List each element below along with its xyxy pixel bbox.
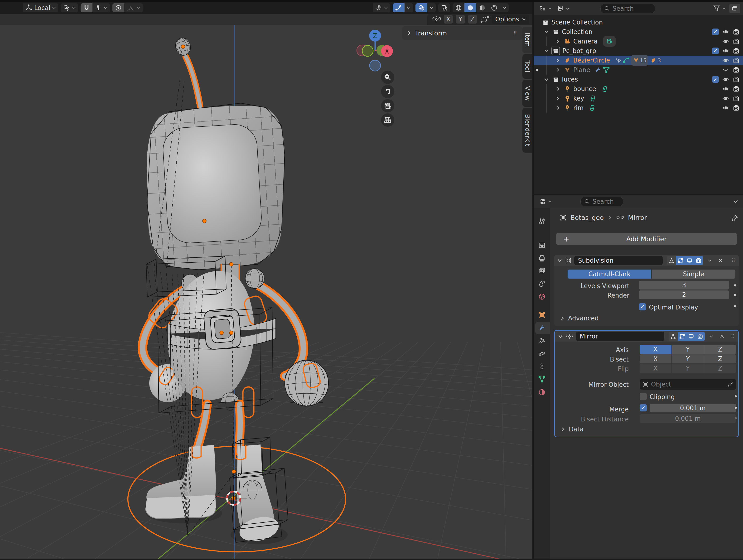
shading-solid-button[interactable] <box>465 3 476 12</box>
modifier-extras-dropdown[interactable] <box>708 259 712 262</box>
edit-mode-display-toggle[interactable] <box>669 332 678 341</box>
hide-eye-icon[interactable] <box>722 28 729 35</box>
mirror-object-field[interactable]: Object <box>640 379 736 390</box>
mirror-y-toggle[interactable]: Y <box>456 15 465 24</box>
hide-eye-icon[interactable] <box>722 104 729 112</box>
filter-dropdown[interactable] <box>722 7 726 10</box>
realtime-display-toggle[interactable] <box>687 332 696 341</box>
zoom-button[interactable] <box>381 71 394 84</box>
shading-rendered-button[interactable] <box>488 3 500 12</box>
edit-mode-display-toggle[interactable] <box>667 256 676 265</box>
outliner-row-camera[interactable]: Camera <box>534 37 743 46</box>
close-icon[interactable] <box>719 333 725 339</box>
tab-material[interactable] <box>534 386 550 398</box>
flip-y-button[interactable]: Y <box>672 364 704 373</box>
bisect-x-button[interactable]: X <box>640 354 671 363</box>
shading-dropdown[interactable] <box>500 3 509 12</box>
drag-grip[interactable]: ⠿ <box>732 258 736 263</box>
snap-toggle[interactable] <box>81 3 92 12</box>
camera-restrict-icon[interactable] <box>733 57 740 64</box>
ortho-grid-button[interactable] <box>381 114 394 127</box>
camera-restrict-icon[interactable] <box>733 104 740 112</box>
collapse-icon[interactable] <box>558 334 563 339</box>
levels-viewport-field[interactable]: 3 <box>639 281 729 290</box>
camera-restrict-icon[interactable] <box>733 38 740 45</box>
outliner-row-rim[interactable]: rim <box>534 103 743 113</box>
properties-editor-dropdown[interactable] <box>537 197 554 206</box>
camera-view-button[interactable] <box>381 99 394 113</box>
breadcrumb-modifier[interactable]: Mirror <box>628 214 647 221</box>
realtime-display-toggle[interactable] <box>685 256 694 265</box>
tab-output[interactable] <box>534 252 550 264</box>
pivot-point-dropdown[interactable] <box>60 3 78 12</box>
collection-checkbox[interactable]: ✓ <box>712 29 719 35</box>
outliner-search-input[interactable]: Search <box>600 4 655 13</box>
camera-restrict-icon[interactable] <box>733 76 740 83</box>
subdivision-header[interactable]: Subdivision ⠿ <box>554 255 739 266</box>
collapse-icon[interactable] <box>544 77 549 82</box>
pin-icon[interactable] <box>731 214 738 221</box>
tab-view-layer[interactable] <box>534 265 550 277</box>
panel-grip[interactable]: ⠿ <box>513 30 518 36</box>
optimal-display-checkbox[interactable]: ✓ <box>639 303 646 310</box>
flip-z-button[interactable]: Z <box>704 364 736 373</box>
outliner-filter-image-dropdown[interactable] <box>554 4 572 13</box>
options-dropdown[interactable]: Options <box>492 15 529 24</box>
tab-blenderkit[interactable]: BlenderKit <box>522 108 532 153</box>
hide-eye-icon[interactable] <box>722 57 729 64</box>
gizmos-dropdown[interactable] <box>404 3 413 12</box>
render-display-toggle[interactable] <box>694 256 703 265</box>
proportional-falloff-dropdown[interactable] <box>124 3 143 12</box>
tab-particles[interactable] <box>534 335 550 347</box>
pan-button[interactable] <box>381 85 394 98</box>
breadcrumb-object[interactable]: Botas_geo <box>570 214 604 221</box>
hide-eye-icon[interactable] <box>722 76 729 83</box>
mirror-header[interactable]: Mirror ⠿ <box>555 331 738 342</box>
camera-restrict-icon[interactable] <box>733 28 740 35</box>
add-modifier-button[interactable]: + Add Modifier <box>556 233 737 245</box>
expand-icon[interactable] <box>555 86 561 91</box>
drag-grip[interactable]: ⠿ <box>731 334 735 339</box>
data-section-header[interactable]: Data <box>561 426 583 433</box>
bisect-z-button[interactable]: Z <box>704 354 736 363</box>
axis-y-button[interactable]: Y <box>672 345 704 354</box>
filter-icon[interactable] <box>712 4 720 13</box>
clipping-checkbox[interactable] <box>640 393 647 400</box>
collapse-icon[interactable] <box>544 29 549 35</box>
mirror-x-toggle[interactable]: X <box>444 15 453 24</box>
render-field[interactable]: 2 <box>639 291 729 299</box>
collapse-icon[interactable] <box>544 48 549 53</box>
outliner-row-bounce[interactable]: bounce <box>534 84 743 94</box>
axis-x-button[interactable]: X <box>640 345 671 354</box>
hidden-eye-icon[interactable] <box>722 66 729 74</box>
show-object-types-dropdown[interactable] <box>373 3 390 12</box>
tab-object-data[interactable] <box>534 373 550 386</box>
cage-display-toggle[interactable] <box>676 256 685 265</box>
expand-icon[interactable] <box>555 58 561 63</box>
shading-wireframe-button[interactable] <box>452 3 465 12</box>
transform-orientation-dropdown[interactable]: Local <box>23 3 58 12</box>
mirror-name-field[interactable]: Mirror <box>576 332 664 341</box>
bisect-distance-field[interactable]: 0.001 m <box>640 414 736 423</box>
navigation-gizmo[interactable]: Z X <box>354 26 397 73</box>
tab-tool[interactable]: Tool <box>522 54 532 79</box>
axis-z-button[interactable]: Z <box>704 345 736 354</box>
cage-display-toggle[interactable] <box>678 332 687 341</box>
tab-constraints[interactable] <box>534 360 550 373</box>
subdivision-name-field[interactable]: Subdivision <box>574 256 663 265</box>
camera-restrict-icon[interactable] <box>733 66 740 74</box>
hide-eye-icon[interactable] <box>722 47 729 54</box>
properties-search-input[interactable]: Search <box>580 197 623 206</box>
tab-modifiers[interactable] <box>535 322 550 334</box>
flip-x-button[interactable]: X <box>640 364 671 373</box>
camera-restrict-icon[interactable] <box>733 47 740 54</box>
outliner-row-key[interactable]: key <box>534 94 743 103</box>
tab-tool[interactable] <box>534 215 550 228</box>
close-icon[interactable] <box>717 257 724 264</box>
overlays-toggle[interactable] <box>416 3 427 12</box>
outliner-row-collection[interactable]: Collection ✓ <box>534 27 743 37</box>
hide-eye-icon[interactable] <box>722 85 729 92</box>
expand-icon[interactable] <box>555 39 561 44</box>
tab-scene[interactable] <box>534 277 550 290</box>
camera-restrict-icon[interactable] <box>733 85 740 92</box>
